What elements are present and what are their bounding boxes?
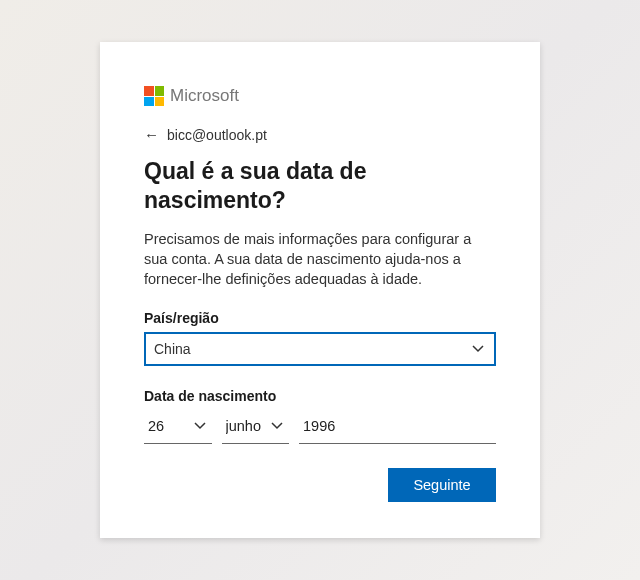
dob-row: 26 junho [144, 410, 496, 444]
next-button[interactable]: Seguinte [388, 468, 496, 502]
signup-card: Microsoft ← bicc@outlook.pt Qual é a sua… [100, 42, 540, 537]
dob-month-select[interactable]: junho [222, 410, 290, 444]
dob-label: Data de nascimento [144, 388, 496, 404]
brand-row: Microsoft [144, 86, 496, 106]
country-label: País/região [144, 310, 496, 326]
button-row: Seguinte [144, 468, 496, 502]
description-text: Precisamos de mais informações para conf… [144, 229, 496, 290]
brand-text: Microsoft [170, 86, 239, 106]
dob-field-group: Data de nascimento 26 junho [144, 388, 496, 444]
identity-email: bicc@outlook.pt [167, 127, 267, 143]
dob-year-input[interactable] [299, 410, 496, 444]
back-arrow-icon[interactable]: ← [144, 126, 159, 143]
country-field-group: País/região China [144, 310, 496, 366]
dob-day-select[interactable]: 26 [144, 410, 212, 444]
page-title: Qual é a sua data de nascimento? [144, 157, 496, 215]
country-select[interactable]: China [144, 332, 496, 366]
microsoft-logo-icon [144, 86, 164, 106]
identity-row: ← bicc@outlook.pt [144, 126, 496, 143]
